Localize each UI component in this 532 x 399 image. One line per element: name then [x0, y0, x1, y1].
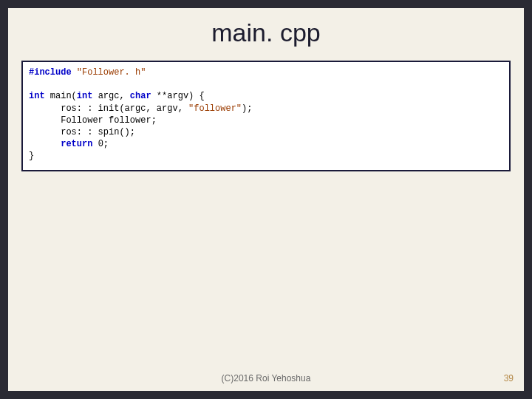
string-literal: "follower": [188, 103, 242, 114]
keyword-char: char: [130, 91, 151, 101]
code-line: }: [29, 151, 34, 161]
code-indent: [29, 139, 61, 149]
slide-footer: (C)2016 Roi Yehoshua 39: [8, 373, 524, 386]
code-text: );: [242, 103, 252, 114]
code-line: Follower follower;: [29, 115, 157, 126]
code-text: argc,: [92, 91, 129, 101]
code-text: **argv) {: [151, 91, 205, 101]
keyword-int: int: [77, 91, 93, 101]
keyword-int: int: [29, 91, 45, 101]
code-line: ros: : init(argc, argv,: [29, 103, 188, 114]
page-number: 39: [504, 373, 514, 383]
code-text: 0;: [92, 139, 109, 149]
keyword-include: #include: [29, 67, 72, 78]
code-content: #include "Follower. h" int main(int argc…: [29, 66, 503, 163]
code-line: ros: : spin();: [29, 127, 135, 137]
slide-title: main. cpp: [8, 18, 524, 47]
copyright-text: (C)2016 Roi Yehoshua: [222, 373, 311, 383]
code-text: main(: [45, 91, 77, 101]
slide-body: main. cpp #include "Follower. h" int mai…: [8, 8, 524, 391]
keyword-return: return: [61, 139, 92, 149]
code-block: #include "Follower. h" int main(int argc…: [21, 61, 511, 171]
string-header: "Follower. h": [77, 67, 146, 78]
